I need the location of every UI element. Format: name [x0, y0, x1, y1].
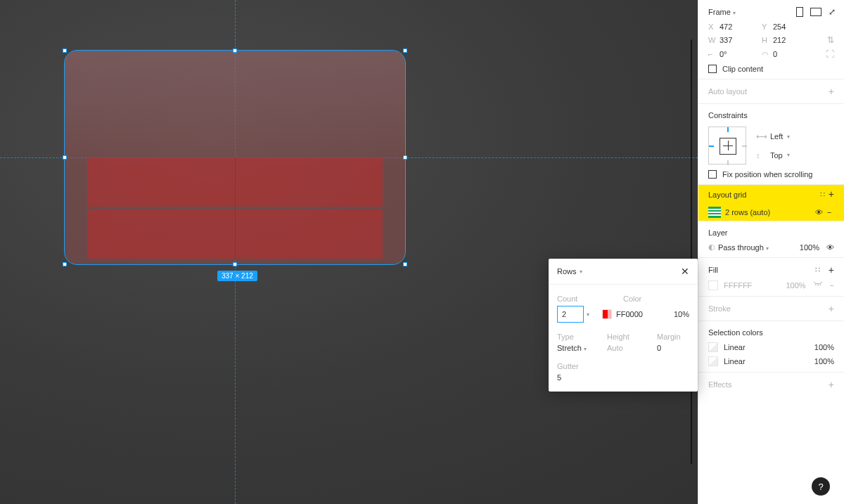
chevron-down-icon: ▾ — [580, 269, 582, 275]
fill-swatch-icon[interactable] — [708, 280, 718, 290]
y-label: Y — [762, 22, 773, 31]
resize-handle-middle-right[interactable] — [403, 155, 407, 160]
properties-panel: Frame ▾ ⤢ X 472 Y 254 W 337 H 212 ⇅ ⌐ 0°… — [698, 0, 844, 504]
auto-layout-title: Auto layout — [708, 87, 747, 96]
margin-label: Margin — [657, 332, 689, 341]
layout-grid-styles-icon[interactable]: ∷ — [820, 190, 826, 199]
chevron-down-icon: ▾ — [787, 152, 790, 158]
chevron-down-icon: ▾ — [733, 10, 736, 16]
y-input[interactable]: 254 — [773, 22, 815, 31]
canvas-scrollbar[interactable] — [691, 39, 692, 464]
resize-handle-bottom-middle[interactable] — [233, 262, 237, 266]
w-label: W — [708, 36, 720, 44]
color-label: Color — [623, 295, 689, 303]
gutter-input[interactable]: 5 — [557, 373, 561, 382]
horizontal-icon: ⟷ — [756, 132, 766, 141]
count-label: Count — [557, 295, 623, 303]
constraints-widget[interactable] — [708, 127, 746, 164]
x-label: X — [708, 22, 720, 31]
visibility-toggle-icon[interactable]: 👁 — [813, 208, 824, 217]
resize-handle-top-middle[interactable] — [233, 49, 237, 53]
selection-size-badge: 337 × 212 — [217, 271, 257, 281]
layer-opacity-input[interactable]: 100% — [800, 243, 819, 252]
count-stepper-icon[interactable]: ▾ — [587, 311, 589, 318]
w-input[interactable]: 337 — [720, 36, 762, 44]
remove-layout-grid-button[interactable]: − — [824, 208, 834, 217]
rotation-input[interactable]: 0° — [720, 50, 762, 58]
linear-swatch-icon[interactable] — [708, 342, 718, 352]
fill-opacity-input[interactable]: 100% — [786, 281, 805, 290]
type-dropdown[interactable]: Stretch ▾ — [557, 344, 607, 352]
independent-corners-icon[interactable]: ⛶ — [826, 49, 834, 59]
blend-mode-dropdown[interactable]: Pass through ▾ — [718, 243, 769, 252]
radius-input[interactable]: 0 — [773, 50, 815, 58]
grid-inner-line — [235, 157, 236, 259]
selection-color-2[interactable]: Linear — [724, 357, 746, 366]
stroke-title: Stroke — [708, 304, 731, 313]
link-dimensions-icon[interactable]: ⇅ — [827, 35, 834, 45]
angle-icon: ⌐ — [708, 50, 720, 58]
height-label: Height — [607, 332, 657, 341]
resize-to-fit-icon[interactable]: ⤢ — [829, 7, 834, 17]
hidden-icon[interactable] — [813, 281, 823, 287]
help-button[interactable]: ? — [812, 477, 830, 496]
remove-fill-button[interactable]: − — [830, 281, 834, 290]
resize-handle-middle-left[interactable] — [63, 155, 67, 160]
color-swatch-icon[interactable] — [602, 309, 612, 319]
clip-content-checkbox[interactable] — [708, 65, 717, 73]
resize-handle-bottom-left[interactable] — [63, 262, 67, 266]
color-hex-input[interactable]: FF0000 — [616, 310, 643, 318]
add-auto-layout-button[interactable]: + — [829, 86, 834, 96]
resize-handle-top-right[interactable] — [403, 49, 407, 53]
resize-handle-top-left[interactable] — [63, 49, 67, 53]
add-fill-button[interactable]: + — [829, 265, 834, 275]
popover-title-dropdown[interactable]: Rows ▾ — [557, 267, 582, 276]
layout-grid-row-label[interactable]: 2 rows (auto) — [725, 208, 813, 217]
margin-input[interactable]: 0 — [657, 344, 689, 352]
chevron-down-icon: ▾ — [584, 346, 587, 352]
constraint-vertical-dropdown[interactable]: ↕ Top ▾ — [756, 151, 790, 160]
vertical-icon: ↕ — [756, 151, 766, 160]
orientation-landscape-icon[interactable] — [810, 8, 821, 16]
rows-grid-icon[interactable] — [708, 207, 721, 218]
color-opacity-input[interactable]: 10% — [674, 310, 689, 318]
constraint-horizontal-dropdown[interactable]: ⟷ Left ▾ — [756, 132, 790, 141]
h-input[interactable]: 212 — [773, 36, 815, 44]
layout-grid-title: Layout grid — [708, 190, 746, 199]
close-icon[interactable]: ✕ — [681, 266, 689, 277]
frame-dropdown[interactable]: Frame ▾ — [708, 8, 736, 16]
selection-color-1[interactable]: Linear — [724, 343, 746, 351]
orientation-portrait-icon[interactable] — [796, 7, 803, 17]
linear-swatch-icon[interactable] — [708, 356, 718, 366]
effects-title: Effects — [708, 380, 731, 389]
fix-position-checkbox[interactable] — [708, 170, 717, 179]
fill-hex-input[interactable]: FFFFFF — [724, 281, 752, 290]
layer-title: Layer — [708, 228, 728, 237]
x-input[interactable]: 472 — [720, 22, 762, 31]
gutter-label: Gutter — [557, 362, 689, 370]
selected-frame[interactable] — [65, 51, 405, 264]
resize-handle-bottom-right[interactable] — [403, 262, 407, 266]
blend-mode-icon: ◐ — [708, 243, 718, 252]
add-stroke-button[interactable]: + — [829, 304, 834, 314]
radius-icon: ◠ — [762, 50, 773, 59]
selection-color-1-opacity[interactable]: 100% — [814, 343, 834, 351]
popover-title: Rows — [557, 267, 577, 276]
fill-title: Fill — [708, 266, 718, 274]
height-input[interactable]: Auto — [607, 344, 657, 352]
constraints-title: Constraints — [708, 111, 748, 119]
count-input[interactable]: 2 — [557, 306, 584, 323]
design-canvas[interactable]: 337 × 212 — [0, 0, 698, 504]
chevron-down-icon: ▾ — [787, 134, 790, 140]
selection-colors-title: Selection colors — [708, 328, 763, 337]
fill-styles-icon[interactable]: ∷ — [815, 266, 821, 275]
count-input-value: 2 — [562, 310, 566, 318]
selection-color-2-opacity[interactable]: 100% — [814, 357, 834, 366]
h-label: H — [762, 36, 773, 44]
type-label: Type — [557, 332, 607, 341]
add-effect-button[interactable]: + — [829, 380, 834, 389]
visibility-toggle-icon[interactable]: 👁 — [826, 243, 834, 252]
add-layout-grid-button[interactable]: + — [829, 188, 834, 200]
fix-position-label: Fix position when scrolling — [722, 170, 812, 179]
layout-grid-popover: Rows ▾ ✕ Count Color 2 ▾ FF0000 10% Type… — [549, 259, 698, 392]
